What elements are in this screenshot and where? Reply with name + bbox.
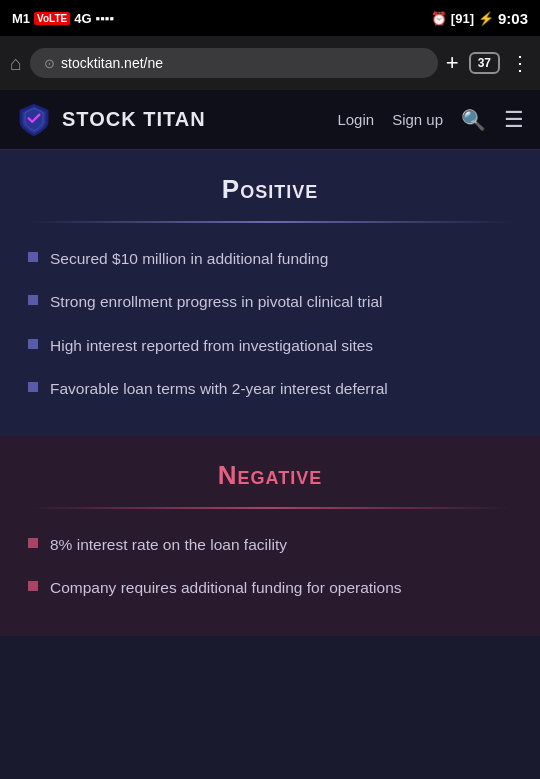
- brand-name: STOCK TITAN: [62, 108, 206, 131]
- browser-actions: + 37 ⋮: [446, 50, 530, 76]
- nav-logo: STOCK TITAN: [16, 102, 337, 138]
- negative-section: Negative 8% interest rate on the loan fa…: [0, 436, 540, 636]
- network-badge: VoLTE: [34, 12, 70, 25]
- url-text[interactable]: stocktitan.net/ne: [61, 55, 424, 71]
- bullet-marker: [28, 339, 38, 349]
- alarm-icon: ⏰: [431, 11, 447, 26]
- address-bar[interactable]: ⊙ stocktitan.net/ne: [30, 48, 438, 78]
- browser-menu-button[interactable]: ⋮: [510, 51, 530, 75]
- positive-item-2: Strong enrollment progress in pivotal cl…: [50, 290, 383, 313]
- bullet-marker-neg: [28, 581, 38, 591]
- negative-item-1: 8% interest rate on the loan facility: [50, 533, 287, 556]
- nav-bar: STOCK TITAN Login Sign up 🔍 ☰: [0, 90, 540, 150]
- positive-item-1: Secured $10 million in additional fundin…: [50, 247, 328, 270]
- status-time: 9:03: [498, 10, 528, 27]
- bullet-marker: [28, 295, 38, 305]
- menu-icon[interactable]: ☰: [504, 107, 524, 133]
- bullet-marker: [28, 382, 38, 392]
- signup-link[interactable]: Sign up: [392, 111, 443, 128]
- positive-divider: [28, 221, 512, 223]
- bullet-marker: [28, 252, 38, 262]
- carrier-text: M1: [12, 11, 30, 26]
- nav-actions: Login Sign up 🔍 ☰: [337, 107, 524, 133]
- status-bar: M1 VoLTE 4G ▪▪▪▪ ⏰ [91] ⚡ 9:03: [0, 0, 540, 36]
- positive-item-3: High interest reported from investigatio…: [50, 334, 373, 357]
- bullet-marker-neg: [28, 538, 38, 548]
- network-type: 4G: [74, 11, 91, 26]
- main-content: Positive Secured $10 million in addition…: [0, 150, 540, 779]
- list-item: Favorable loan terms with 2-year interes…: [28, 377, 512, 400]
- logo-icon: [16, 102, 52, 138]
- home-button[interactable]: ⌂: [10, 52, 22, 75]
- list-item: High interest reported from investigatio…: [28, 334, 512, 357]
- positive-title: Positive: [28, 174, 512, 205]
- tabs-button[interactable]: 37: [469, 52, 500, 74]
- positive-section: Positive Secured $10 million in addition…: [0, 150, 540, 436]
- login-link[interactable]: Login: [337, 111, 374, 128]
- search-icon[interactable]: 🔍: [461, 108, 486, 132]
- positive-list: Secured $10 million in additional fundin…: [28, 247, 512, 400]
- negative-list: 8% interest rate on the loan facility Co…: [28, 533, 512, 600]
- list-item: Strong enrollment progress in pivotal cl…: [28, 290, 512, 313]
- list-item: Secured $10 million in additional fundin…: [28, 247, 512, 270]
- browser-bar: ⌂ ⊙ stocktitan.net/ne + 37 ⋮: [0, 36, 540, 90]
- battery-icon: [91]: [451, 11, 474, 26]
- negative-item-2: Company requires additional funding for …: [50, 576, 402, 599]
- status-right: ⏰ [91] ⚡ 9:03: [431, 10, 528, 27]
- list-item: Company requires additional funding for …: [28, 576, 512, 599]
- negative-title: Negative: [28, 460, 512, 491]
- charging-icon: ⚡: [478, 11, 494, 26]
- signal-icon: ▪▪▪▪: [96, 11, 114, 26]
- positive-item-4: Favorable loan terms with 2-year interes…: [50, 377, 388, 400]
- new-tab-button[interactable]: +: [446, 50, 459, 76]
- negative-divider: [28, 507, 512, 509]
- list-item: 8% interest rate on the loan facility: [28, 533, 512, 556]
- status-left: M1 VoLTE 4G ▪▪▪▪: [12, 11, 114, 26]
- site-info-icon[interactable]: ⊙: [44, 56, 55, 71]
